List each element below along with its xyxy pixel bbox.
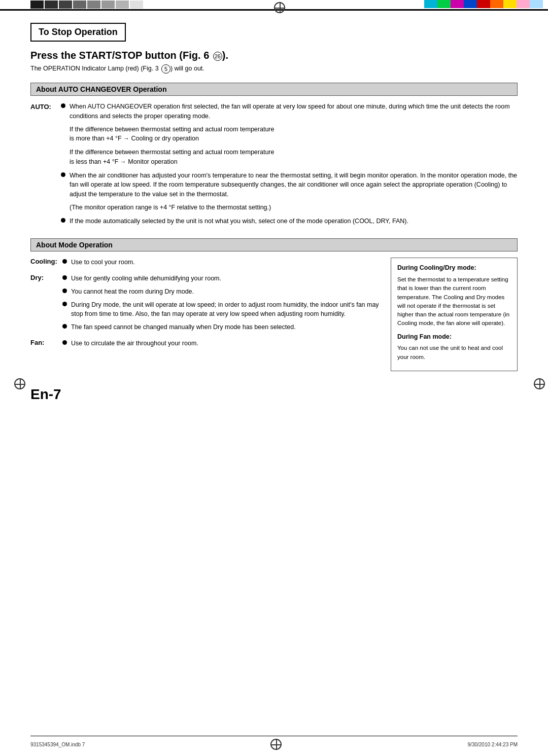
color-block-cyan <box>424 0 437 8</box>
indent-block-1: If the difference between thermostat set… <box>70 125 518 144</box>
fan-bullet: Use to circulate the air throughout your… <box>62 339 381 348</box>
dry-bullet-4: The fan speed cannot be changed manually… <box>62 322 381 332</box>
dry-text-4: The fan speed cannot be changed manually… <box>71 322 296 332</box>
dry-label: Dry: <box>30 274 58 281</box>
auto-section: AUTO: When AUTO CHANGEOVER operation fir… <box>30 102 518 229</box>
indent-text-1: If the difference between thermostat set… <box>70 125 518 144</box>
side-box-col: During Cooling/Dry mode: Set the thermos… <box>391 258 518 371</box>
auto-bullet-1: When AUTO CHANGEOVER operation first sel… <box>61 102 518 121</box>
auto-changeover-section: About AUTO CHANGEOVER Operation AUTO: Wh… <box>30 83 518 229</box>
fan-row: Fan: Use to circulate the air throughout… <box>30 339 381 352</box>
color-block-pink <box>517 0 530 8</box>
footer-file-info: 9315345394_OM.indb 7 <box>30 742 85 747</box>
dry-dot-2 <box>62 289 67 293</box>
page-title-box: To Stop Operation <box>30 23 126 42</box>
dry-dot-4 <box>62 324 67 329</box>
cooling-dry-title: During Cooling/Dry mode: <box>397 263 511 273</box>
auto-content: When AUTO CHANGEOVER operation first sel… <box>61 102 518 229</box>
fan-mode-title: During Fan mode: <box>397 332 511 342</box>
indent-text-3: (The monitor operation range is +4 °F re… <box>70 203 518 212</box>
press-instruction-text: Press the START/STOP button (Fig. 6 26). <box>30 50 228 61</box>
dry-text-2: You cannot heat the room during Dry mode… <box>71 287 194 297</box>
fan-mode-text: You can not use the unit to heat and coo… <box>397 344 511 362</box>
color-block-1 <box>30 1 44 9</box>
bullet-dot-1 <box>61 103 65 108</box>
color-block-7 <box>116 1 129 9</box>
auto-changeover-header: About AUTO CHANGEOVER Operation <box>30 83 518 96</box>
bullet-dot-2 <box>61 172 65 177</box>
indent-block-3: (The monitor operation range is +4 °F re… <box>70 203 518 212</box>
color-block-green <box>437 0 451 8</box>
side-box: During Cooling/Dry mode: Set the thermos… <box>391 258 518 371</box>
color-block-red <box>477 0 490 8</box>
color-block-5 <box>87 1 100 9</box>
footer: 9315345394_OM.indb 7 9/30/2010 2:44:23 P… <box>30 736 518 750</box>
fig-circle-26: 26 <box>213 52 222 61</box>
operation-lamp-text: The OPERATION Indicator Lamp (red) (Fig.… <box>30 64 518 74</box>
auto-label: AUTO: <box>30 102 56 229</box>
dry-text-3: During Dry mode, the unit will operate a… <box>71 300 381 319</box>
fan-content: Use to circulate the air throughout your… <box>62 339 381 352</box>
dry-bullet-1: Use for gently cooling while dehumidifyi… <box>62 274 381 283</box>
color-block-6 <box>101 1 115 9</box>
indent-block-2: If the difference between thermostat set… <box>70 148 518 167</box>
cooling-dot <box>62 259 67 264</box>
cooling-content: Use to cool your room. <box>62 258 381 271</box>
press-instruction: Press the START/STOP button (Fig. 6 26). <box>30 50 518 61</box>
auto-bullet-3: If the mode automatically selected by th… <box>61 217 518 226</box>
cooling-bullet: Use to cool your room. <box>62 258 381 267</box>
page-number: En-7 <box>30 386 518 403</box>
fan-text: Use to circulate the air throughout your… <box>71 339 198 348</box>
cooling-dry-text: Set the thermostat to a temperature sett… <box>397 275 511 328</box>
crosshair-lines <box>274 2 285 13</box>
mode-operation-section: About Mode Operation Cooling: Use to coo… <box>30 238 518 371</box>
dry-bullet-3: During Dry mode, the unit will operate a… <box>62 300 381 319</box>
dry-dot-3 <box>62 302 67 306</box>
auto-bullet-text-2: When the air conditioner has adjusted yo… <box>70 171 518 199</box>
mode-operation-header: About Mode Operation <box>30 238 518 251</box>
main-content: To Stop Operation Press the START/STOP b… <box>30 23 518 726</box>
footer-datetime: 9/30/2010 2:44:23 PM <box>468 742 518 747</box>
color-block-ltblue <box>530 0 543 8</box>
indent-text-2: If the difference between thermostat set… <box>70 148 518 167</box>
fan-dot <box>62 340 67 345</box>
color-block-3 <box>59 1 72 9</box>
color-block-orange <box>490 0 503 8</box>
footer-crosshair <box>270 739 282 750</box>
mode-col-main: Cooling: Use to cool your room. Dry: <box>30 258 381 371</box>
dry-dot-1 <box>62 275 67 280</box>
left-color-blocks <box>0 0 143 9</box>
auto-bullet-2: When the air conditioner has adjusted yo… <box>61 171 518 199</box>
left-ch-lines <box>14 378 25 389</box>
dry-text-1: Use for gently cooling while dehumidifyi… <box>71 274 221 283</box>
auto-bullet-text-1: When AUTO CHANGEOVER operation first sel… <box>70 102 518 121</box>
color-block-yellow <box>503 0 517 8</box>
color-block-4 <box>73 1 86 9</box>
color-block-8 <box>130 1 143 9</box>
color-block-2 <box>45 1 58 9</box>
cooling-text: Use to cool your room. <box>71 258 135 267</box>
right-ch-lines <box>534 378 545 389</box>
auto-bullet-text-3: If the mode automatically selected by th… <box>70 217 408 226</box>
fan-label: Fan: <box>30 339 58 346</box>
footer-ch-lines <box>270 739 282 750</box>
dry-row: Dry: Use for gently cooling while dehumi… <box>30 274 381 336</box>
right-color-blocks <box>424 0 548 9</box>
dry-content: Use for gently cooling while dehumidifyi… <box>62 274 381 336</box>
fig-circle-5: 5 <box>161 64 170 74</box>
color-block-blue <box>464 0 477 8</box>
page-title: To Stop Operation <box>39 27 118 38</box>
cooling-row: Cooling: Use to cool your room. <box>30 258 381 271</box>
bullet-dot-3 <box>61 218 65 223</box>
cooling-label: Cooling: <box>30 258 58 265</box>
color-block-magenta <box>451 0 464 8</box>
mode-two-col: Cooling: Use to cool your room. Dry: <box>30 258 518 371</box>
dry-bullet-2: You cannot heat the room during Dry mode… <box>62 287 381 297</box>
